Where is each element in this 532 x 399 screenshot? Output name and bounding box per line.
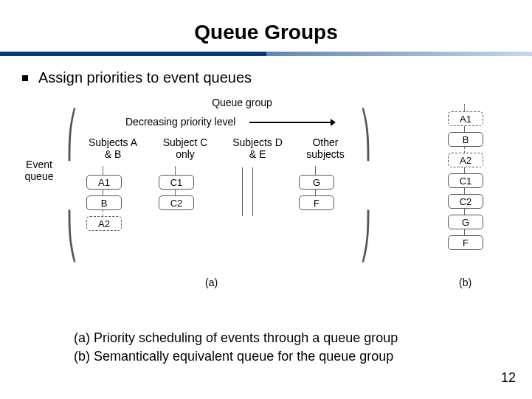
queue-cell: B xyxy=(86,195,122,210)
eq-cell: A2 xyxy=(448,153,483,167)
brace-left-icon: ⎛ xyxy=(66,113,77,157)
title-divider xyxy=(0,52,532,56)
queue-cell: A1 xyxy=(86,175,122,190)
priority-label: Decreasing priority level xyxy=(125,116,235,128)
captions: (a) Priority scheduling of events throug… xyxy=(74,329,398,365)
caption-b: (b) Semantically equivalent queue for th… xyxy=(74,347,398,365)
queue-cell: F xyxy=(299,195,334,210)
brace-right-icon: ⎞ xyxy=(360,113,371,157)
event-queue-label: Event queue xyxy=(21,159,58,182)
brace-right-icon: ⎠ xyxy=(360,215,371,259)
slide-title: Queue Groups xyxy=(0,0,532,52)
queue-cell: C1 xyxy=(159,175,194,190)
page-number: 12 xyxy=(501,370,516,386)
queue-group-label: Queue group xyxy=(198,97,286,108)
sublabel-b: (b) xyxy=(459,277,471,288)
col-header: Subject C only xyxy=(159,136,211,160)
queue-cell: A2 xyxy=(86,216,122,231)
eq-cell: B xyxy=(448,132,483,147)
queue-cell: C2 xyxy=(159,195,194,210)
arrow-line xyxy=(249,122,331,123)
eq-cell: A1 xyxy=(448,111,483,126)
col-header: Subjects D & E xyxy=(232,136,283,160)
brace-left-icon: ⎝ xyxy=(66,215,77,259)
bullet-square-icon xyxy=(22,75,28,81)
caption-a: (a) Priority scheduling of events throug… xyxy=(74,329,398,347)
col-header: Subjects A & B xyxy=(87,136,139,160)
diagram: Queue group ⎛ ⎝ Decreasing priority leve… xyxy=(21,97,511,296)
queue-cell: G xyxy=(299,175,334,190)
arrow-right-icon xyxy=(331,119,336,126)
sublabel-a: (a) xyxy=(205,277,218,288)
bullet-item: Assign priorities to event queues xyxy=(0,69,532,86)
bullet-text: Assign priorities to event queues xyxy=(38,69,252,86)
eq-cell: C1 xyxy=(448,173,483,188)
eq-cell: F xyxy=(448,235,483,250)
col-header: Other subjects xyxy=(300,136,351,160)
eq-cell: C2 xyxy=(448,194,483,209)
eq-cell: G xyxy=(448,215,483,229)
